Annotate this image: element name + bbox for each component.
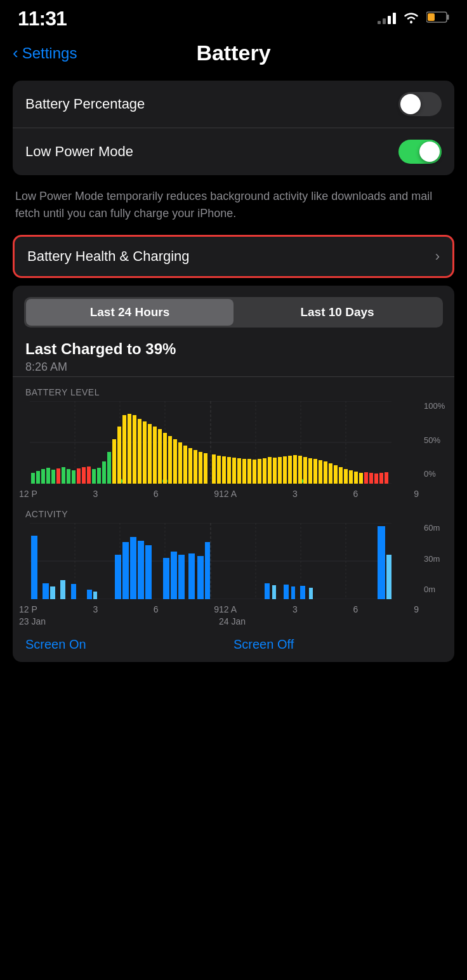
svg-rect-114 <box>205 542 210 599</box>
svg-rect-27 <box>82 467 86 484</box>
svg-rect-39 <box>143 421 147 484</box>
svg-rect-70 <box>303 457 307 484</box>
low-power-mode-row[interactable]: Low Power Mode <box>13 128 454 175</box>
svg-rect-38 <box>138 419 141 484</box>
svg-rect-86 <box>385 472 388 484</box>
battery-health-row[interactable]: Battery Health & Charging › <box>15 237 452 276</box>
status-icons <box>378 10 449 27</box>
svg-rect-47 <box>183 446 187 484</box>
svg-rect-59 <box>247 459 251 484</box>
battery-x-label-9p: 9 <box>414 489 419 499</box>
tab-last-10-days[interactable]: Last 10 Days <box>234 299 441 326</box>
svg-rect-43 <box>163 433 167 484</box>
battery-health-label: Battery Health & Charging <box>27 248 190 265</box>
svg-rect-3 <box>428 13 435 21</box>
svg-rect-33 <box>112 439 116 484</box>
svg-rect-2 <box>447 15 449 20</box>
activity-y-label-0m: 0m <box>424 585 448 594</box>
svg-rect-110 <box>171 552 177 599</box>
battery-x-label-9a: 9 <box>214 489 219 499</box>
svg-rect-17 <box>31 473 35 484</box>
activity-x-label-3r: 3 <box>293 604 298 614</box>
battery-x-label-3p: 3 <box>293 489 298 499</box>
svg-rect-18 <box>36 471 40 484</box>
svg-rect-63 <box>268 457 272 484</box>
last-charged-title: Last Charged to 39% <box>25 340 442 358</box>
y-label-0: 0% <box>424 469 448 479</box>
svg-rect-34 <box>117 427 121 484</box>
tab-switcher[interactable]: Last 24 Hours Last 10 Days <box>24 297 443 328</box>
activity-x-label-6r: 6 <box>353 604 358 614</box>
svg-rect-57 <box>237 458 241 484</box>
svg-rect-69 <box>298 456 302 484</box>
date-label-23jan: 23 Jan <box>19 616 46 626</box>
activity-x-label-9r: 9 <box>414 604 419 614</box>
low-power-mode-toggle[interactable] <box>398 140 442 164</box>
svg-rect-82 <box>364 472 368 484</box>
svg-rect-80 <box>354 472 358 484</box>
svg-rect-23 <box>62 467 65 484</box>
svg-rect-71 <box>308 458 312 484</box>
svg-rect-45 <box>173 439 177 484</box>
svg-rect-100 <box>60 580 65 599</box>
svg-rect-109 <box>163 558 169 599</box>
battery-health-section[interactable]: Battery Health & Charging › <box>13 235 454 278</box>
activity-label: ACTIVITY <box>13 499 454 523</box>
svg-rect-60 <box>253 460 256 484</box>
battery-x-label-3a: 3 <box>93 489 98 499</box>
tab-last-24-hours[interactable]: Last 24 Hours <box>26 299 234 326</box>
svg-rect-120 <box>309 588 313 599</box>
low-power-description: Low Power Mode temporarily reduces backg… <box>0 180 467 235</box>
svg-rect-46 <box>178 442 182 484</box>
svg-rect-98 <box>43 583 49 599</box>
activity-y-label-30m: 30m <box>424 554 448 564</box>
legend-screen-on[interactable]: Screen On <box>25 637 234 652</box>
svg-rect-25 <box>72 470 76 484</box>
svg-rect-102 <box>87 590 92 599</box>
svg-rect-49 <box>194 450 197 484</box>
svg-rect-118 <box>291 586 295 599</box>
svg-rect-65 <box>278 457 282 484</box>
y-label-50: 50% <box>424 435 448 445</box>
svg-rect-40 <box>148 424 152 484</box>
svg-rect-104 <box>115 555 121 599</box>
svg-rect-103 <box>93 592 97 599</box>
last-charged-time: 8:26 AM <box>25 361 442 374</box>
activity-x-label-12p: 12 P <box>19 604 37 614</box>
svg-rect-61 <box>258 459 261 484</box>
chevron-right-icon: › <box>435 248 440 265</box>
svg-rect-30 <box>97 468 101 484</box>
svg-rect-111 <box>178 555 185 599</box>
y-label-100: 100% <box>424 401 448 411</box>
toggle-thumb <box>400 94 421 114</box>
svg-rect-20 <box>46 468 50 484</box>
status-time: 11:31 <box>18 7 67 30</box>
wifi-icon <box>402 10 420 27</box>
chart-section: Last 24 Hours Last 10 Days Last Charged … <box>13 286 454 662</box>
svg-rect-116 <box>272 585 276 599</box>
svg-rect-113 <box>197 556 204 599</box>
svg-rect-106 <box>130 537 136 599</box>
legend-screen-off[interactable]: Screen Off <box>234 637 442 652</box>
back-button[interactable]: ‹ Settings <box>13 44 77 62</box>
activity-x-label-6: 6 <box>154 604 159 614</box>
svg-rect-77 <box>339 467 343 484</box>
svg-rect-75 <box>329 463 332 484</box>
svg-rect-24 <box>67 469 70 484</box>
svg-point-0 <box>410 21 412 23</box>
battery-percentage-row[interactable]: Battery Percentage <box>13 81 454 128</box>
screen-on-label: Screen On <box>25 637 86 651</box>
status-bar: 11:31 <box>0 0 467 34</box>
svg-rect-83 <box>369 473 373 484</box>
battery-level-chart <box>19 401 421 484</box>
low-power-mode-label: Low Power Mode <box>25 143 133 160</box>
svg-rect-62 <box>263 458 266 484</box>
svg-rect-119 <box>300 586 305 599</box>
battery-x-label-6a: 6 <box>154 489 159 499</box>
svg-rect-121 <box>378 526 385 599</box>
svg-rect-112 <box>188 553 195 599</box>
battery-percentage-toggle[interactable] <box>398 92 442 116</box>
svg-rect-115 <box>265 583 270 599</box>
svg-rect-41 <box>153 427 157 484</box>
svg-rect-26 <box>77 468 81 484</box>
